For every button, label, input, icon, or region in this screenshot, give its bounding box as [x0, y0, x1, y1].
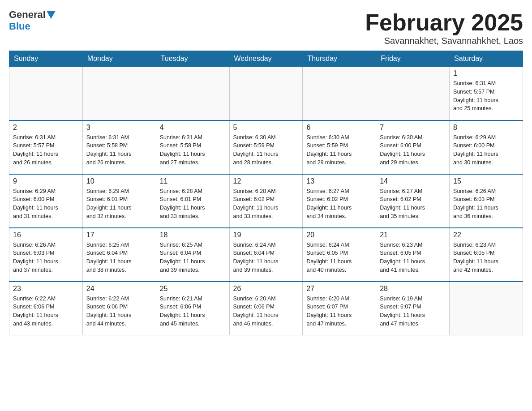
location-text: Savannakhet, Savannahkhet, Laos [365, 36, 523, 46]
calendar-cell: 9Sunrise: 6:29 AM Sunset: 6:00 PM Daylig… [9, 174, 83, 228]
calendar-cell [376, 67, 450, 120]
day-number: 19 [233, 231, 299, 239]
day-info: Sunrise: 6:29 AM Sunset: 6:01 PM Dayligh… [86, 187, 152, 221]
calendar-cell: 14Sunrise: 6:27 AM Sunset: 6:02 PM Dayli… [376, 174, 450, 228]
calendar-cell: 23Sunrise: 6:22 AM Sunset: 6:06 PM Dayli… [9, 282, 83, 335]
calendar-cell: 4Sunrise: 6:31 AM Sunset: 5:58 PM Daylig… [156, 120, 229, 174]
day-info: Sunrise: 6:31 AM Sunset: 5:58 PM Dayligh… [160, 133, 226, 167]
day-number: 14 [380, 177, 446, 185]
day-number: 5 [233, 124, 299, 132]
calendar-cell: 12Sunrise: 6:28 AM Sunset: 6:02 PM Dayli… [229, 174, 303, 228]
calendar-cell [303, 67, 376, 120]
day-number: 8 [453, 124, 519, 132]
day-info: Sunrise: 6:27 AM Sunset: 6:02 PM Dayligh… [306, 187, 372, 221]
day-number: 3 [86, 124, 152, 132]
day-header-saturday: Saturday [450, 51, 523, 67]
day-number: 21 [380, 231, 446, 239]
calendar-cell: 20Sunrise: 6:24 AM Sunset: 6:05 PM Dayli… [303, 228, 376, 282]
day-number: 22 [453, 231, 519, 239]
calendar-cell: 24Sunrise: 6:22 AM Sunset: 6:06 PM Dayli… [82, 282, 156, 335]
day-info: Sunrise: 6:26 AM Sunset: 6:03 PM Dayligh… [13, 241, 79, 274]
calendar-cell: 25Sunrise: 6:21 AM Sunset: 6:06 PM Dayli… [156, 282, 229, 335]
calendar-cell: 3Sunrise: 6:31 AM Sunset: 5:58 PM Daylig… [82, 120, 156, 174]
title-section: February 2025 Savannakhet, Savannahkhet,… [365, 9, 523, 46]
day-number: 12 [233, 177, 299, 185]
page-header: General Blue February 2025 Savannakhet, … [9, 9, 523, 46]
day-number: 28 [380, 285, 446, 293]
day-header-wednesday: Wednesday [229, 51, 303, 67]
day-header-sunday: Sunday [9, 51, 83, 67]
day-info: Sunrise: 6:24 AM Sunset: 6:04 PM Dayligh… [233, 241, 299, 274]
calendar-cell: 27Sunrise: 6:20 AM Sunset: 6:07 PM Dayli… [303, 282, 376, 335]
day-number: 23 [13, 285, 79, 293]
day-number: 10 [86, 177, 152, 185]
calendar-cell: 8Sunrise: 6:29 AM Sunset: 6:00 PM Daylig… [450, 120, 523, 174]
calendar-cell [450, 282, 523, 335]
day-info: Sunrise: 6:22 AM Sunset: 6:06 PM Dayligh… [13, 295, 79, 328]
day-info: Sunrise: 6:30 AM Sunset: 6:00 PM Dayligh… [380, 133, 446, 167]
day-number: 18 [160, 231, 226, 239]
day-header-friday: Friday [376, 51, 450, 67]
day-number: 20 [306, 231, 372, 239]
day-info: Sunrise: 6:30 AM Sunset: 5:59 PM Dayligh… [306, 133, 372, 167]
day-number: 2 [13, 124, 79, 132]
calendar-cell: 13Sunrise: 6:27 AM Sunset: 6:02 PM Dayli… [303, 174, 376, 228]
calendar-cell: 22Sunrise: 6:23 AM Sunset: 6:05 PM Dayli… [450, 228, 523, 282]
calendar-cell: 18Sunrise: 6:25 AM Sunset: 6:04 PM Dayli… [156, 228, 229, 282]
day-number: 26 [233, 285, 299, 293]
day-number: 16 [13, 231, 79, 239]
logo-blue-text: Blue [9, 21, 30, 32]
day-number: 11 [160, 177, 226, 185]
calendar-cell: 19Sunrise: 6:24 AM Sunset: 6:04 PM Dayli… [229, 228, 303, 282]
calendar-cell: 21Sunrise: 6:23 AM Sunset: 6:05 PM Dayli… [376, 228, 450, 282]
day-number: 6 [306, 124, 372, 132]
calendar-cell: 26Sunrise: 6:20 AM Sunset: 6:06 PM Dayli… [229, 282, 303, 335]
day-info: Sunrise: 6:31 AM Sunset: 5:57 PM Dayligh… [453, 79, 519, 113]
calendar-cell: 28Sunrise: 6:19 AM Sunset: 6:07 PM Dayli… [376, 282, 450, 335]
day-number: 13 [306, 177, 372, 185]
logo: General Blue [9, 9, 56, 32]
day-info: Sunrise: 6:20 AM Sunset: 6:06 PM Dayligh… [233, 295, 299, 328]
day-info: Sunrise: 6:25 AM Sunset: 6:04 PM Dayligh… [160, 241, 226, 274]
calendar-cell [9, 67, 83, 120]
day-number: 27 [306, 285, 372, 293]
day-info: Sunrise: 6:22 AM Sunset: 6:06 PM Dayligh… [86, 295, 152, 328]
day-info: Sunrise: 6:30 AM Sunset: 5:59 PM Dayligh… [233, 133, 299, 167]
day-info: Sunrise: 6:29 AM Sunset: 6:00 PM Dayligh… [13, 187, 79, 221]
calendar-cell [156, 67, 229, 120]
day-info: Sunrise: 6:21 AM Sunset: 6:06 PM Dayligh… [160, 295, 226, 328]
calendar-cell: 11Sunrise: 6:28 AM Sunset: 6:01 PM Dayli… [156, 174, 229, 228]
month-title: February 2025 [365, 9, 523, 36]
calendar-cell: 16Sunrise: 6:26 AM Sunset: 6:03 PM Dayli… [9, 228, 83, 282]
day-info: Sunrise: 6:31 AM Sunset: 5:58 PM Dayligh… [86, 133, 152, 167]
day-number: 17 [86, 231, 152, 239]
day-info: Sunrise: 6:25 AM Sunset: 6:04 PM Dayligh… [86, 241, 152, 274]
day-header-tuesday: Tuesday [156, 51, 229, 67]
day-info: Sunrise: 6:31 AM Sunset: 5:57 PM Dayligh… [13, 133, 79, 167]
day-info: Sunrise: 6:27 AM Sunset: 6:02 PM Dayligh… [380, 187, 446, 221]
day-info: Sunrise: 6:19 AM Sunset: 6:07 PM Dayligh… [380, 295, 446, 328]
day-info: Sunrise: 6:28 AM Sunset: 6:02 PM Dayligh… [233, 187, 299, 221]
day-header-monday: Monday [82, 51, 156, 67]
day-number: 24 [86, 285, 152, 293]
calendar-cell: 2Sunrise: 6:31 AM Sunset: 5:57 PM Daylig… [9, 120, 83, 174]
day-number: 7 [380, 124, 446, 132]
calendar-cell: 10Sunrise: 6:29 AM Sunset: 6:01 PM Dayli… [82, 174, 156, 228]
calendar-cell: 5Sunrise: 6:30 AM Sunset: 5:59 PM Daylig… [229, 120, 303, 174]
calendar-cell [82, 67, 156, 120]
calendar-cell: 6Sunrise: 6:30 AM Sunset: 5:59 PM Daylig… [303, 120, 376, 174]
day-number: 1 [453, 69, 519, 77]
day-number: 25 [160, 285, 226, 293]
day-info: Sunrise: 6:20 AM Sunset: 6:07 PM Dayligh… [306, 295, 372, 328]
calendar-cell: 7Sunrise: 6:30 AM Sunset: 6:00 PM Daylig… [376, 120, 450, 174]
day-info: Sunrise: 6:29 AM Sunset: 6:00 PM Dayligh… [453, 133, 519, 167]
day-number: 9 [13, 177, 79, 185]
day-info: Sunrise: 6:23 AM Sunset: 6:05 PM Dayligh… [380, 241, 446, 274]
day-info: Sunrise: 6:23 AM Sunset: 6:05 PM Dayligh… [453, 241, 519, 274]
day-info: Sunrise: 6:24 AM Sunset: 6:05 PM Dayligh… [306, 241, 372, 274]
calendar-cell [229, 67, 303, 120]
logo-general-text: General [9, 9, 46, 21]
calendar-table: SundayMondayTuesdayWednesdayThursdayFrid… [9, 51, 523, 335]
calendar-cell: 1Sunrise: 6:31 AM Sunset: 5:57 PM Daylig… [450, 67, 523, 120]
calendar-cell: 17Sunrise: 6:25 AM Sunset: 6:04 PM Dayli… [82, 228, 156, 282]
